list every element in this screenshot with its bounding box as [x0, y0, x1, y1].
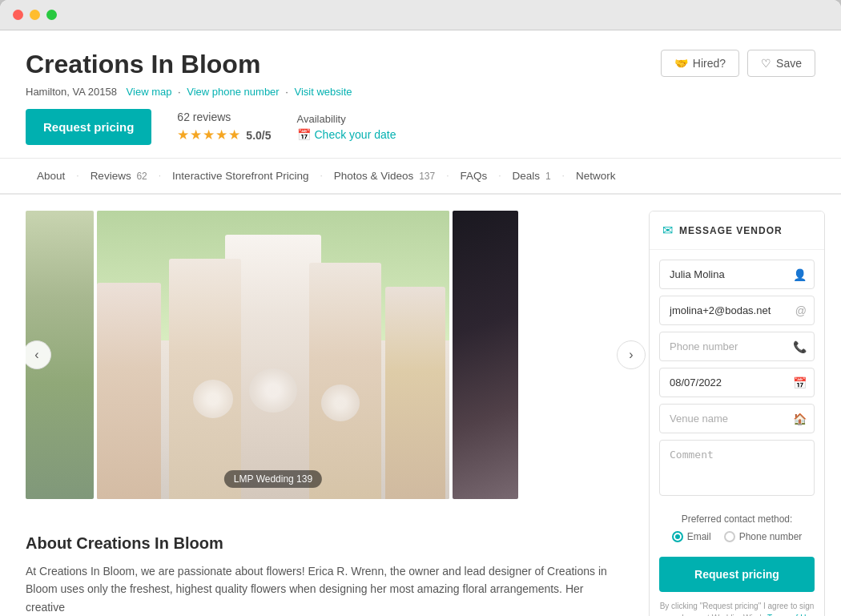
left-column: ‹: [0, 195, 649, 616]
radio-group: Email Phone number: [659, 531, 815, 542]
message-card: ✉ MESSAGE VENDOR 👤 @: [649, 211, 825, 616]
phone-icon: 📞: [793, 340, 807, 353]
gallery-image-right: [453, 211, 518, 499]
chevron-right-icon: ›: [629, 348, 633, 362]
vendor-location: Hamilton, VA 20158: [26, 86, 117, 98]
about-text: At Creations In Bloom, we are passionate…: [26, 562, 623, 616]
message-form: 👤 @ 📞 📅: [650, 250, 824, 505]
vendor-nav: About · Reviews 62 · Interactive Storefr…: [0, 159, 841, 195]
phone-input[interactable]: [659, 332, 815, 361]
availability-block: Availability 📅 Check your date: [297, 113, 396, 141]
hired-icon: 🤝: [674, 57, 688, 70]
calendar-form-icon: 📅: [793, 376, 807, 389]
stars-row: ★★★★★ 5.0/5: [177, 127, 271, 143]
venue-field-wrapper: 🏠: [659, 404, 815, 433]
home-icon: 🏠: [793, 413, 807, 425]
about-section: About Creations In Bloom At Creations In…: [0, 515, 649, 616]
vendor-location-row: Hamilton, VA 20158 View map · View phone…: [26, 86, 815, 98]
message-card-title: MESSAGE VENDOR: [679, 225, 783, 236]
person-icon: 👤: [793, 268, 807, 281]
nav-item-about[interactable]: About: [26, 159, 76, 193]
calendar-icon: 📅: [297, 128, 311, 141]
submit-request-button[interactable]: Request pricing: [659, 557, 815, 592]
comment-input[interactable]: [659, 440, 815, 496]
save-button[interactable]: ♡ Save: [747, 50, 815, 77]
phone-radio-option[interactable]: Phone number: [724, 531, 803, 542]
nav-item-photos[interactable]: Photos & Videos 137: [323, 159, 446, 193]
message-icon: ✉: [662, 223, 673, 238]
email-radio-option[interactable]: Email: [672, 531, 711, 542]
browser-dot-minimize[interactable]: [30, 10, 40, 20]
email-field-wrapper: @: [659, 296, 815, 325]
phone-radio-label: Phone number: [739, 531, 803, 542]
phone-radio-circle: [724, 531, 735, 542]
separator3: ·: [285, 86, 291, 98]
gallery-next-button[interactable]: ›: [617, 340, 646, 369]
gallery-section: ‹: [0, 195, 649, 515]
check-date-link[interactable]: 📅 Check your date: [297, 128, 396, 141]
at-icon: @: [795, 304, 807, 317]
separator2: ·: [178, 86, 183, 98]
star-icons: ★★★★★: [177, 127, 241, 143]
chevron-left-icon: ‹: [34, 348, 38, 362]
date-input[interactable]: [659, 368, 815, 397]
vendor-header: Creations In Bloom 🤝 Hired? ♡ Save Hamil…: [0, 30, 841, 159]
phone-field-wrapper: 📞: [659, 332, 815, 361]
main-area: ‹: [0, 195, 841, 616]
header-actions: 🤝 Hired? ♡ Save: [661, 50, 815, 77]
contact-method-section: Preferred contact method: Email Phone nu…: [650, 505, 824, 550]
message-card-header: ✉ MESSAGE VENDOR: [650, 211, 824, 250]
request-pricing-button[interactable]: Request pricing: [26, 109, 151, 145]
nav-item-pricing[interactable]: Interactive Storefront Pricing: [161, 159, 320, 193]
view-map-link[interactable]: View map: [127, 86, 172, 98]
visit-website-link[interactable]: Visit website: [295, 86, 352, 98]
about-title: About Creations In Bloom: [26, 534, 623, 553]
browser-dot-maximize[interactable]: [46, 10, 57, 20]
email-input[interactable]: [659, 296, 815, 325]
email-radio-circle: [672, 531, 683, 542]
form-footer: By clicking "Request pricing" I agree to…: [650, 592, 824, 616]
gallery-image-main: LMP Wedding 139: [97, 211, 449, 499]
availability-label: Availability: [297, 113, 396, 125]
nav-item-network[interactable]: Network: [565, 159, 627, 193]
vendor-title: Creations In Bloom: [26, 50, 260, 79]
name-field-wrapper: 👤: [659, 260, 815, 289]
view-phone-link[interactable]: View phone number: [187, 86, 279, 98]
name-input[interactable]: [659, 260, 815, 289]
gallery-images: LMP Wedding 139: [26, 211, 518, 499]
nav-item-deals[interactable]: Deals 1: [501, 159, 562, 193]
gallery-wrapper: ‹: [26, 211, 649, 499]
browser-dot-close[interactable]: [13, 10, 23, 20]
date-field-wrapper: 📅: [659, 368, 815, 397]
nav-item-reviews[interactable]: Reviews 62: [79, 159, 159, 193]
reviews-block: 62 reviews ★★★★★ 5.0/5: [177, 111, 271, 143]
message-sidebar: ✉ MESSAGE VENDOR 👤 @: [649, 195, 841, 616]
browser-chrome: [0, 0, 841, 30]
submit-wrapper: Request pricing: [650, 550, 824, 592]
rating-number: 5.0/5: [246, 129, 271, 142]
heart-icon: ♡: [761, 57, 771, 70]
reviews-count: 62 reviews: [177, 111, 271, 123]
gallery-caption: LMP Wedding 139: [224, 470, 322, 488]
venue-input[interactable]: [659, 404, 815, 433]
vendor-info-row: Request pricing 62 reviews ★★★★★ 5.0/5 A…: [26, 109, 815, 145]
email-radio-label: Email: [687, 531, 711, 542]
nav-item-faqs[interactable]: FAQs: [449, 159, 499, 193]
contact-method-label: Preferred contact method:: [659, 513, 815, 525]
hired-button[interactable]: 🤝 Hired?: [661, 50, 739, 77]
